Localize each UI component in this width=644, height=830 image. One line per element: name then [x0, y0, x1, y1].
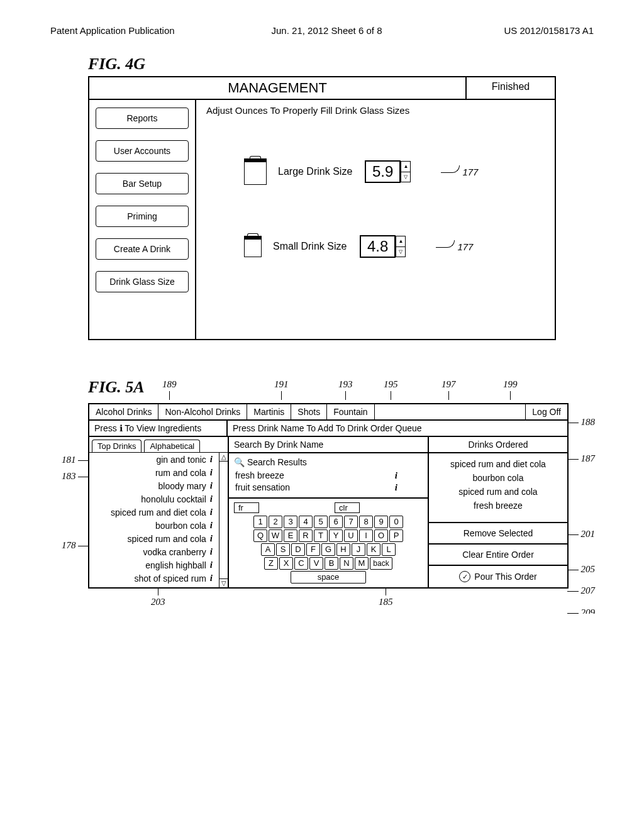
tab-top-drinks[interactable]: Top Drinks — [92, 440, 142, 452]
key-L[interactable]: L — [382, 543, 396, 556]
key-A[interactable]: A — [261, 543, 275, 556]
priming-button[interactable]: Priming — [96, 206, 189, 227]
info-icon[interactable]: i — [210, 546, 213, 557]
key-I[interactable]: I — [359, 529, 373, 542]
spinner-down-icon[interactable]: ▽ — [396, 247, 405, 257]
key-N[interactable]: N — [340, 557, 353, 570]
key-H[interactable]: H — [336, 543, 350, 556]
page-header: Patent Application Publication Jun. 21, … — [50, 25, 594, 36]
list-item[interactable]: honolulu cocktaili — [89, 492, 218, 506]
key-J[interactable]: J — [352, 543, 365, 556]
search-result-item[interactable]: fruit sensationi — [234, 482, 423, 494]
fig4g-label: FIG. 4G — [88, 55, 556, 74]
list-item[interactable]: spiced rum and colai — [89, 532, 218, 545]
tab-nonalcohol[interactable]: Non-Alcohol Drinks — [158, 404, 247, 419]
key-8[interactable]: 8 — [359, 516, 373, 528]
spinner-up-icon[interactable]: ▲ — [401, 162, 410, 172]
small-size-spinner[interactable]: ▲▽ — [396, 236, 406, 257]
key-7[interactable]: 7 — [344, 516, 358, 528]
key-Z[interactable]: Z — [264, 557, 278, 570]
key-D[interactable]: D — [291, 543, 305, 556]
key-Y[interactable]: Y — [329, 529, 343, 542]
info-icon[interactable]: i — [210, 520, 213, 531]
key-O[interactable]: O — [374, 529, 388, 542]
order-item[interactable]: fresh breeze — [433, 499, 564, 512]
info-icon[interactable]: i — [210, 573, 213, 584]
create-drink-button[interactable]: Create A Drink — [96, 238, 189, 260]
list-item[interactable]: spiced rum and diet colai — [89, 506, 218, 519]
key-4[interactable]: 4 — [299, 516, 313, 528]
info-icon[interactable]: i — [210, 507, 213, 517]
order-item[interactable]: bourbon cola — [433, 471, 564, 485]
pour-order-button[interactable]: ✓Pour This Order — [429, 566, 567, 587]
spinner-up-icon[interactable]: ▲ — [396, 236, 405, 247]
finished-button[interactable]: Finished — [467, 77, 555, 99]
info-icon[interactable]: i — [395, 470, 397, 481]
info-icon[interactable]: i — [210, 533, 213, 544]
key-C[interactable]: C — [294, 557, 308, 570]
info-icon[interactable]: i — [210, 560, 213, 570]
key-back[interactable]: back — [370, 557, 392, 570]
header-right: US 2012/0158173 A1 — [504, 25, 594, 36]
key-0[interactable]: 0 — [389, 516, 403, 528]
key-Q[interactable]: Q — [253, 529, 267, 542]
list-item[interactable]: bourbon colai — [89, 519, 218, 532]
list-item[interactable]: gin and tonici — [89, 453, 218, 466]
key-P[interactable]: P — [389, 529, 403, 542]
key-F[interactable]: F — [306, 543, 320, 556]
info-icon[interactable]: i — [210, 480, 213, 491]
small-size-value[interactable]: 4.8 — [360, 235, 396, 258]
scroll-up-icon[interactable]: △ — [219, 453, 228, 462]
key-1[interactable]: 1 — [253, 516, 267, 528]
key-3[interactable]: 3 — [284, 516, 297, 528]
clear-button[interactable]: clr — [335, 502, 360, 513]
tab-logoff[interactable]: Log Off — [525, 404, 567, 419]
tab-alphabetical[interactable]: Alphabetical — [144, 440, 200, 452]
spinner-down-icon[interactable]: ▽ — [401, 172, 410, 182]
tab-alcohol[interactable]: Alcohol Drinks — [89, 404, 158, 419]
key-V[interactable]: V — [309, 557, 323, 570]
search-result-item[interactable]: fresh breezei — [234, 470, 423, 482]
reports-button[interactable]: Reports — [96, 108, 189, 129]
scrollbar[interactable]: △ ▽ — [219, 453, 228, 587]
key-S[interactable]: S — [276, 543, 290, 556]
clear-order-button[interactable]: Clear Entire Order — [429, 545, 567, 566]
key-W[interactable]: W — [269, 529, 282, 542]
large-size-value[interactable]: 5.9 — [365, 160, 401, 183]
key-2[interactable]: 2 — [269, 516, 282, 528]
info-icon[interactable]: i — [395, 482, 397, 493]
order-item[interactable]: spiced rum and cola — [433, 485, 564, 499]
key-R[interactable]: R — [299, 529, 313, 542]
key-G[interactable]: G — [321, 543, 335, 556]
list-item[interactable]: vodka cranberryi — [89, 545, 218, 558]
user-accounts-button[interactable]: User Accounts — [96, 140, 189, 162]
key-B[interactable]: B — [325, 557, 338, 570]
large-size-spinner[interactable]: ▲▽ — [401, 161, 411, 182]
remove-selected-button[interactable]: Remove Selected — [429, 523, 567, 545]
key-space[interactable]: space — [291, 571, 366, 584]
key-6[interactable]: 6 — [329, 516, 343, 528]
key-T[interactable]: T — [314, 529, 328, 542]
list-item[interactable]: rum and colai — [89, 466, 218, 479]
key-5[interactable]: 5 — [314, 516, 328, 528]
list-item[interactable]: bloody maryi — [89, 479, 218, 492]
list-item[interactable]: english highballi — [89, 558, 218, 572]
list-item[interactable]: shot of spiced rumi — [89, 572, 218, 585]
key-M[interactable]: M — [355, 557, 369, 570]
key-U[interactable]: U — [344, 529, 358, 542]
order-item[interactable]: spiced rum and diet cola — [433, 457, 564, 471]
bar-setup-button[interactable]: Bar Setup — [96, 173, 189, 194]
key-X[interactable]: X — [279, 557, 293, 570]
info-icon[interactable]: i — [210, 467, 213, 478]
info-icon[interactable]: i — [210, 454, 213, 465]
tab-fountain[interactable]: Fountain — [327, 404, 374, 419]
scroll-down-icon[interactable]: ▽ — [219, 578, 228, 587]
key-K[interactable]: K — [367, 543, 380, 556]
key-9[interactable]: 9 — [374, 516, 388, 528]
key-E[interactable]: E — [284, 529, 297, 542]
tab-martinis[interactable]: Martinis — [247, 404, 291, 419]
tab-shots[interactable]: Shots — [291, 404, 327, 419]
search-input[interactable]: fr — [234, 502, 259, 513]
info-icon[interactable]: i — [210, 494, 213, 504]
drink-glass-size-button[interactable]: Drink Glass Size — [96, 271, 189, 292]
